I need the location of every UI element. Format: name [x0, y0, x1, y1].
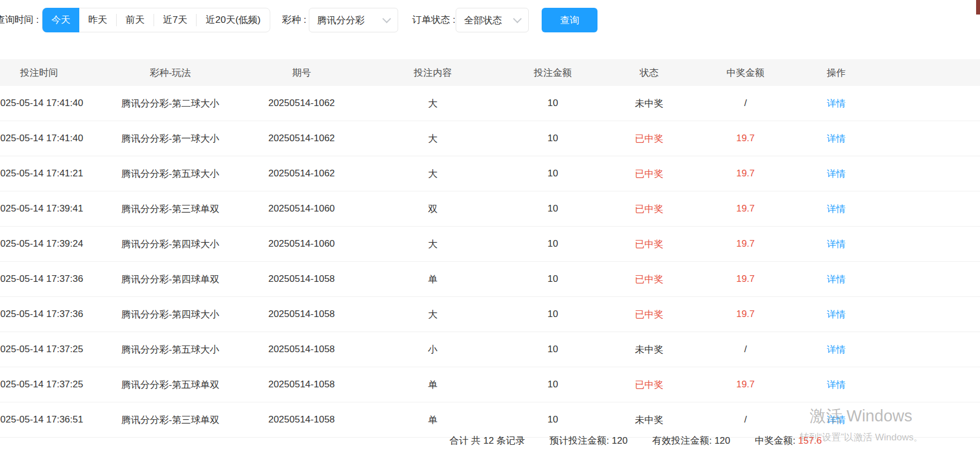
time-range-group: 今天 昨天 前天 近7天 近20天(低频)	[42, 8, 270, 32]
time-option-last-20-days[interactable]: 近20天(低频)	[197, 8, 269, 32]
cell-bet-amount: 10	[519, 86, 586, 121]
cell-status: 已中奖	[586, 121, 712, 156]
cell-status: 已中奖	[586, 367, 712, 402]
cell-issue-number: 20250514-1062	[257, 86, 346, 121]
cell-win-amount: 19.7	[712, 191, 779, 227]
order-status-label: 订单状态 :	[412, 8, 455, 32]
time-option-yesterday[interactable]: 昨天	[79, 8, 116, 32]
cell-status: 未中奖	[586, 402, 712, 438]
cell-status: 未中奖	[586, 86, 712, 121]
cell-bet-amount: 10	[519, 191, 586, 227]
table-row: 2025-05-14 17:41:40 腾讯分分彩-第二球大小 20250514…	[0, 86, 980, 121]
lottery-type-value: 腾讯分分彩	[317, 14, 365, 27]
table-row: 2025-05-14 17:37:25 腾讯分分彩-第五球大小 20250514…	[0, 332, 980, 367]
col-win-amount: 中奖金额	[712, 59, 779, 86]
cell-lottery-play: 腾讯分分彩-第一球大小	[84, 121, 257, 156]
cell-bet-time: 2025-05-14 17:37:36	[0, 297, 84, 332]
col-bet-content: 投注内容	[346, 59, 519, 86]
summary-bar: 合计 共 12 条记录 预计投注金额: 120 有效投注金额: 120 中奖金额…	[450, 434, 822, 447]
valid-bet-amount: 有效投注金额: 120	[652, 434, 730, 447]
order-status-select[interactable]: 全部状态	[456, 8, 529, 32]
cell-bet-time: 2025-05-14 17:41:40	[0, 86, 84, 121]
cell-bet-content: 大	[346, 156, 519, 191]
time-option-last-7-days[interactable]: 近7天	[154, 8, 196, 32]
col-issue-number: 期号	[257, 59, 346, 86]
cell-issue-number: 20250514-1058	[257, 402, 346, 438]
query-time-label: 查询时间 :	[0, 8, 39, 32]
cell-bet-amount: 10	[519, 402, 586, 438]
detail-link[interactable]: 详情	[827, 169, 846, 179]
cell-bet-time: 2025-05-14 17:41:40	[0, 121, 84, 156]
table-row: 2025-05-14 17:39:41 腾讯分分彩-第三球单双 20250514…	[0, 191, 980, 227]
detail-link[interactable]: 详情	[827, 204, 846, 214]
orders-table: 投注时间 彩种-玩法 期号 投注内容 投注金额 状态 中奖金额 操作 2025-…	[0, 59, 980, 438]
cell-bet-time: 2025-05-14 17:39:41	[0, 191, 84, 227]
detail-link[interactable]: 详情	[827, 380, 846, 390]
cell-bet-amount: 10	[519, 332, 586, 367]
cell-win-amount: 19.7	[712, 156, 779, 191]
col-status: 状态	[586, 59, 712, 86]
detail-link[interactable]: 详情	[827, 239, 846, 249]
detail-link[interactable]: 详情	[827, 274, 846, 285]
cell-issue-number: 20250514-1058	[257, 367, 346, 402]
lottery-type-select[interactable]: 腾讯分分彩	[309, 8, 398, 32]
query-button[interactable]: 查询	[542, 8, 597, 32]
time-option-today[interactable]: 今天	[42, 8, 79, 32]
cell-status: 已中奖	[586, 191, 712, 227]
cell-issue-number: 20250514-1058	[257, 332, 346, 367]
col-lottery-play: 彩种-玩法	[84, 59, 257, 86]
cell-lottery-play: 腾讯分分彩-第四球单双	[84, 262, 257, 297]
detail-link[interactable]: 详情	[827, 98, 846, 109]
detail-link[interactable]: 详情	[827, 344, 846, 355]
cell-bet-content: 大	[346, 227, 519, 262]
cell-status: 已中奖	[586, 297, 712, 332]
table-row: 2025-05-14 17:41:40 腾讯分分彩-第一球大小 20250514…	[0, 121, 980, 156]
cell-bet-time: 2025-05-14 17:41:21	[0, 156, 84, 191]
cell-win-amount: 19.7	[712, 121, 779, 156]
table-row: 2025-05-14 17:39:24 腾讯分分彩-第四球大小 20250514…	[0, 227, 980, 262]
cell-status: 已中奖	[586, 227, 712, 262]
cell-issue-number: 20250514-1060	[257, 227, 346, 262]
cell-lottery-play: 腾讯分分彩-第五球大小	[84, 156, 257, 191]
detail-link[interactable]: 详情	[827, 309, 846, 320]
cell-bet-content: 大	[346, 86, 519, 121]
cell-win-amount: 19.7	[712, 367, 779, 402]
detail-link[interactable]: 详情	[827, 415, 846, 425]
cell-bet-content: 双	[346, 191, 519, 227]
cell-issue-number: 20250514-1058	[257, 297, 346, 332]
cell-bet-amount: 10	[519, 262, 586, 297]
cell-status: 已中奖	[586, 156, 712, 191]
cell-bet-time: 2025-05-14 17:39:24	[0, 227, 84, 262]
cell-lottery-play: 腾讯分分彩-第三球单双	[84, 191, 257, 227]
cell-status: 未中奖	[586, 332, 712, 367]
cell-win-amount: 19.7	[712, 262, 779, 297]
time-option-day-before[interactable]: 前天	[117, 8, 154, 32]
cell-issue-number: 20250514-1058	[257, 262, 346, 297]
cell-bet-amount: 10	[519, 121, 586, 156]
cell-lottery-play: 腾讯分分彩-第四球大小	[84, 227, 257, 262]
cell-lottery-play: 腾讯分分彩-第二球大小	[84, 86, 257, 121]
detail-link[interactable]: 详情	[827, 133, 846, 144]
cell-bet-content: 单	[346, 262, 519, 297]
cell-lottery-play: 腾讯分分彩-第五球大小	[84, 332, 257, 367]
col-action: 操作	[779, 59, 893, 86]
cell-lottery-play: 腾讯分分彩-第四球大小	[84, 297, 257, 332]
cell-status: 已中奖	[586, 262, 712, 297]
cell-issue-number: 20250514-1062	[257, 156, 346, 191]
table-header-row: 投注时间 彩种-玩法 期号 投注内容 投注金额 状态 中奖金额 操作	[0, 59, 980, 86]
chevron-down-icon	[513, 14, 522, 23]
cell-win-amount: /	[712, 86, 779, 121]
cell-bet-time: 2025-05-14 17:37:36	[0, 262, 84, 297]
expected-bet-amount: 预计投注金额: 120	[549, 434, 628, 447]
col-bet-time: 投注时间	[0, 59, 84, 86]
total-win-amount: 中奖金额: 157.6	[755, 434, 822, 447]
table-row: 2025-05-14 17:41:21 腾讯分分彩-第五球大小 20250514…	[0, 156, 980, 191]
cell-bet-amount: 10	[519, 297, 586, 332]
cell-issue-number: 20250514-1060	[257, 191, 346, 227]
table-row: 2025-05-14 17:37:25 腾讯分分彩-第五球单双 20250514…	[0, 367, 980, 402]
col-filler	[893, 59, 980, 86]
cell-bet-content: 小	[346, 332, 519, 367]
cell-lottery-play: 腾讯分分彩-第五球单双	[84, 367, 257, 402]
table-row: 2025-05-14 17:37:36 腾讯分分彩-第四球大小 20250514…	[0, 297, 980, 332]
cell-bet-amount: 10	[519, 227, 586, 262]
